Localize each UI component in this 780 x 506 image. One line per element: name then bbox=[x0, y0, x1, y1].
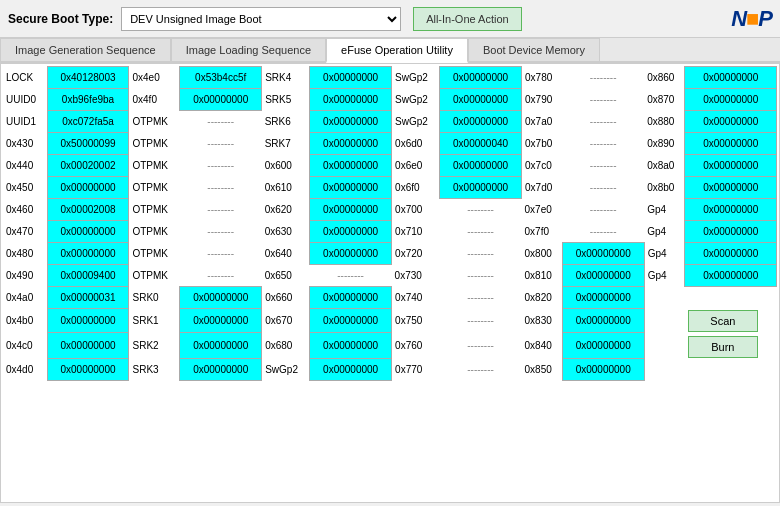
row-label: 0x440 bbox=[3, 155, 47, 177]
col3-value[interactable]: 0x00000000 bbox=[310, 243, 392, 265]
col3-value[interactable]: 0x00000000 bbox=[310, 89, 392, 111]
col6-value[interactable]: 0x00000000 bbox=[685, 133, 777, 155]
table-row: 0x4900x00009400OTPMK--------0x650-------… bbox=[3, 265, 777, 287]
col1-type: OTPMK bbox=[129, 221, 180, 243]
col4-value[interactable]: 0x00000000 bbox=[440, 111, 522, 133]
col3-value[interactable]: 0x00000000 bbox=[310, 333, 392, 359]
col1-value[interactable]: 0xb96fe9ba bbox=[47, 89, 129, 111]
col1-value[interactable]: 0x50000099 bbox=[47, 133, 129, 155]
col3-type: 0x740 bbox=[392, 287, 440, 309]
col5-value[interactable]: 0x00000000 bbox=[562, 333, 644, 359]
col2-value[interactable]: 0x00000000 bbox=[180, 309, 262, 333]
main-content: LOCK0x401280030x4e00x53b4cc5fSRK40x00000… bbox=[0, 63, 780, 503]
col5-value: -------- bbox=[562, 111, 644, 133]
col5-label: 0x8a0 bbox=[644, 155, 685, 177]
col3-value[interactable]: 0x00000000 bbox=[310, 309, 392, 333]
col1-type: OTPMK bbox=[129, 177, 180, 199]
col1-value[interactable]: 0x00000000 bbox=[47, 333, 129, 359]
col6-value: Burn bbox=[685, 333, 777, 359]
col3-value[interactable]: 0x00000000 bbox=[310, 177, 392, 199]
nxp-logo: N■P bbox=[731, 6, 772, 32]
col5-label: Gp4 bbox=[644, 265, 685, 287]
col4-value[interactable]: 0x00000000 bbox=[440, 177, 522, 199]
scan-button[interactable]: Scan bbox=[688, 310, 758, 332]
col6-value bbox=[685, 287, 777, 309]
col1-value[interactable]: 0x00002008 bbox=[47, 199, 129, 221]
col5-value: -------- bbox=[562, 133, 644, 155]
col3-type: 0x730 bbox=[392, 265, 440, 287]
col4-value[interactable]: 0x00000040 bbox=[440, 133, 522, 155]
boot-type-select[interactable]: DEV Unsigned Image Boot bbox=[121, 7, 401, 31]
col5-value: -------- bbox=[562, 177, 644, 199]
col3-value[interactable]: 0x00000000 bbox=[310, 221, 392, 243]
col4-value[interactable]: 0x00000000 bbox=[440, 89, 522, 111]
col3-value[interactable]: 0x00000000 bbox=[310, 67, 392, 89]
col3-type: SwGp2 bbox=[392, 89, 440, 111]
col1-value[interactable]: 0x40128003 bbox=[47, 67, 129, 89]
tab-image-generation[interactable]: Image Generation Sequence bbox=[0, 38, 171, 61]
col1-value[interactable]: 0x00000031 bbox=[47, 287, 129, 309]
table-row: 0x4a00x00000031SRK00x000000000x6600x0000… bbox=[3, 287, 777, 309]
col3-type: 0x700 bbox=[392, 199, 440, 221]
col1-value[interactable]: 0xc072fa5a bbox=[47, 111, 129, 133]
col6-value[interactable]: 0x00000000 bbox=[685, 155, 777, 177]
col2-value[interactable]: 0x00000000 bbox=[180, 89, 262, 111]
col4-label: 0x810 bbox=[522, 265, 563, 287]
col5-value: -------- bbox=[562, 67, 644, 89]
all-in-one-button[interactable]: All-In-One Action bbox=[413, 7, 522, 31]
col5-value[interactable]: 0x00000000 bbox=[562, 243, 644, 265]
col3-value[interactable]: 0x00000000 bbox=[310, 287, 392, 309]
col6-value[interactable]: 0x00000000 bbox=[685, 89, 777, 111]
col1-value[interactable]: 0x00009400 bbox=[47, 265, 129, 287]
col2-label: SRK5 bbox=[262, 89, 310, 111]
col2-value[interactable]: 0x00000000 bbox=[180, 287, 262, 309]
col1-value[interactable]: 0x00000000 bbox=[47, 177, 129, 199]
col3-value[interactable]: 0x00000000 bbox=[310, 359, 392, 381]
col5-value: -------- bbox=[562, 89, 644, 111]
col1-value[interactable]: 0x00020002 bbox=[47, 155, 129, 177]
col1-type: SRK3 bbox=[129, 359, 180, 381]
col3-value[interactable]: 0x00000000 bbox=[310, 155, 392, 177]
tab-efuse-operation[interactable]: eFuse Operation Utility bbox=[326, 38, 468, 63]
col4-value[interactable]: 0x00000000 bbox=[440, 155, 522, 177]
col2-label: SRK4 bbox=[262, 67, 310, 89]
row-label: 0x4b0 bbox=[3, 309, 47, 333]
col2-value[interactable]: 0x53b4cc5f bbox=[180, 67, 262, 89]
col2-label: 0x630 bbox=[262, 221, 310, 243]
col6-value[interactable]: 0x00000000 bbox=[685, 111, 777, 133]
col1-value[interactable]: 0x00000000 bbox=[47, 359, 129, 381]
col1-value[interactable]: 0x00000000 bbox=[47, 309, 129, 333]
row-label: 0x430 bbox=[3, 133, 47, 155]
col3-value[interactable]: 0x00000000 bbox=[310, 111, 392, 133]
col5-value[interactable]: 0x00000000 bbox=[562, 359, 644, 381]
col4-label: 0x850 bbox=[522, 359, 563, 381]
col1-value[interactable]: 0x00000000 bbox=[47, 221, 129, 243]
col6-value[interactable]: 0x00000000 bbox=[685, 177, 777, 199]
col5-label: 0x860 bbox=[644, 67, 685, 89]
col3-type: 0x750 bbox=[392, 309, 440, 333]
col1-type: OTPMK bbox=[129, 265, 180, 287]
col6-value[interactable]: 0x00000000 bbox=[685, 67, 777, 89]
col2-value[interactable]: 0x00000000 bbox=[180, 359, 262, 381]
row-label: 0x450 bbox=[3, 177, 47, 199]
col5-value[interactable]: 0x00000000 bbox=[562, 309, 644, 333]
col6-value[interactable]: 0x00000000 bbox=[685, 199, 777, 221]
col1-value[interactable]: 0x00000000 bbox=[47, 243, 129, 265]
col2-value[interactable]: 0x00000000 bbox=[180, 333, 262, 359]
col5-value[interactable]: 0x00000000 bbox=[562, 265, 644, 287]
col6-value[interactable]: 0x00000000 bbox=[685, 243, 777, 265]
col3-value[interactable]: 0x00000000 bbox=[310, 133, 392, 155]
table-row: 0x4800x00000000OTPMK--------0x6400x00000… bbox=[3, 243, 777, 265]
col3-type: 0x710 bbox=[392, 221, 440, 243]
col4-value: -------- bbox=[440, 359, 522, 381]
col6-value[interactable]: 0x00000000 bbox=[685, 265, 777, 287]
col3-value[interactable]: 0x00000000 bbox=[310, 199, 392, 221]
tab-image-loading[interactable]: Image Loading Sequence bbox=[171, 38, 326, 61]
tab-boot-device[interactable]: Boot Device Memory bbox=[468, 38, 600, 61]
col5-value[interactable]: 0x00000000 bbox=[562, 287, 644, 309]
col6-value[interactable]: 0x00000000 bbox=[685, 221, 777, 243]
col4-value[interactable]: 0x00000000 bbox=[440, 67, 522, 89]
burn-button[interactable]: Burn bbox=[688, 336, 758, 358]
table-row: 0x4600x00002008OTPMK--------0x6200x00000… bbox=[3, 199, 777, 221]
col4-label: 0x7e0 bbox=[522, 199, 563, 221]
